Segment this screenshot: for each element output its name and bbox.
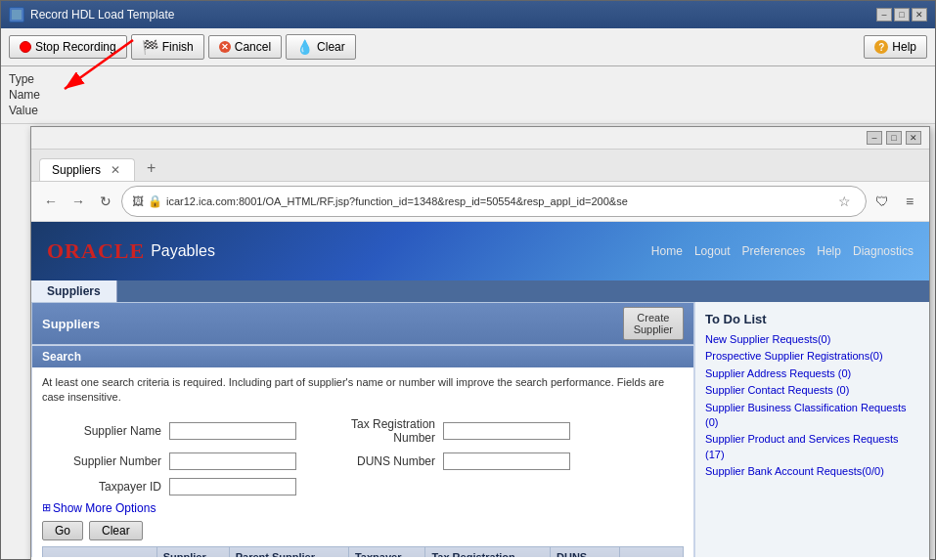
col-tax-reg: Tax RegistrationNumber — [425, 546, 551, 557]
name-row: Name — [9, 88, 927, 102]
stop-recording-label: Stop Recording — [35, 40, 116, 54]
browser-tabs: Suppliers ✕ + — [31, 150, 929, 182]
todo-contact-requests[interactable]: Supplier Contact Requests (0) — [705, 383, 919, 398]
tax-reg-row: Tax Registration Number — [316, 417, 570, 445]
todo-links: New Supplier Requests(0) Prospective Sup… — [705, 332, 919, 480]
close-button[interactable]: ✕ — [912, 8, 927, 22]
finish-button[interactable]: 🏁 Finish — [131, 34, 204, 60]
form-row-2: Supplier Number DUNS Number — [42, 449, 684, 474]
help-button[interactable]: ? Help — [864, 35, 927, 59]
clear-form-button[interactable]: Clear — [89, 521, 143, 540]
bookmark-button[interactable]: ☆ — [832, 190, 856, 213]
todo-new-supplier-requests[interactable]: New Supplier Requests(0) — [705, 332, 919, 347]
stop-recording-button[interactable]: Stop Recording — [9, 35, 127, 59]
new-tab-button[interactable]: + — [139, 155, 163, 181]
browser-maximize-button[interactable]: □ — [886, 131, 902, 145]
clear-button[interactable]: 💧 Clear — [286, 34, 356, 60]
help-icon: ? — [874, 40, 888, 54]
app-icon — [9, 7, 24, 22]
duns-label: DUNS Number — [316, 454, 443, 468]
todo-address-requests[interactable]: Supplier Address Requests (0) — [705, 366, 919, 381]
todo-product-services[interactable]: Supplier Product and Services Requests (… — [705, 432, 919, 462]
duns-input[interactable] — [443, 452, 570, 470]
todo-bank-account[interactable]: Supplier Bank Account Requests(0/0) — [705, 464, 919, 479]
oracle-header: ORACLE Payables Home Logout Preferences … — [31, 222, 929, 280]
col-duns: DUNSNumber — [551, 546, 620, 557]
browser-close-button[interactable]: ✕ — [906, 131, 921, 145]
hdl-titlebar: Record HDL Load Template – □ ✕ — [1, 1, 935, 28]
minimize-button[interactable]: – — [876, 8, 892, 22]
cancel-label: Cancel — [235, 40, 271, 54]
stop-icon — [20, 41, 31, 53]
form-buttons: Go Clear — [42, 521, 684, 540]
show-more-link[interactable]: Show More Options — [53, 501, 156, 515]
clear-label: Clear — [317, 40, 345, 54]
nav-back-button[interactable]: ← — [39, 190, 63, 213]
suppliers-tab[interactable]: Suppliers ✕ — [39, 158, 135, 181]
tax-reg-input[interactable] — [443, 422, 570, 440]
todo-classification-requests[interactable]: Supplier Business Classification Request… — [705, 401, 919, 431]
supplier-name-input[interactable] — [169, 422, 296, 440]
taxpayer-input[interactable] — [169, 478, 296, 495]
content-left: Suppliers Create Supplier Search At leas… — [31, 302, 694, 557]
supplier-number-label: Supplier Number — [42, 454, 169, 468]
address-bar[interactable]: 🖼 🔒 icar12.ica.com:8001/OA_HTML/RF.jsp?f… — [121, 186, 867, 217]
search-header: Search — [32, 346, 693, 367]
col-supplier-name: Supplier Name — [43, 546, 157, 557]
value-row: Value — [9, 104, 927, 117]
suppliers-section-header: Suppliers Create Supplier — [32, 303, 693, 344]
type-label: Type — [9, 72, 53, 86]
nav-forward-button[interactable]: → — [67, 190, 90, 213]
col-supplier-number: SupplierNumber — [156, 546, 229, 557]
oracle-logo: ORACLE Payables — [47, 238, 215, 264]
menu-button[interactable]: ≡ — [898, 190, 921, 213]
col-update: Update — [619, 546, 683, 557]
oracle-product-text: Payables — [151, 242, 215, 260]
go-button[interactable]: Go — [42, 521, 83, 540]
extensions-button[interactable]: 🛡 — [870, 190, 894, 213]
tab-close-button[interactable]: ✕ — [109, 163, 122, 177]
security-icon: 🔒 — [148, 194, 162, 208]
nav-right: 🛡 ≡ — [870, 190, 921, 213]
content-right: To Do List New Supplier Requests(0) Pros… — [694, 302, 929, 557]
supplier-number-input[interactable] — [169, 452, 296, 470]
tab-label: Suppliers — [52, 163, 101, 177]
nav-help[interactable]: Help — [817, 244, 841, 258]
hdl-fields: Type Name Value — [1, 66, 935, 124]
search-form: Supplier Name Tax Registration Number — [42, 413, 684, 495]
help-label: Help — [892, 40, 916, 54]
show-more-options[interactable]: ⊞ Show More Options — [42, 501, 684, 515]
svg-rect-0 — [12, 10, 22, 20]
nav-refresh-button[interactable]: ↻ — [94, 190, 117, 213]
col-taxpayer-id: TaxpayerID — [348, 546, 424, 557]
hdl-window: Record HDL Load Template – □ ✕ Stop Reco… — [0, 0, 936, 560]
clear-icon: 💧 — [296, 39, 313, 55]
main-content: Suppliers Create Supplier Search At leas… — [31, 302, 929, 557]
page-icon: 🖼 — [132, 194, 144, 208]
nav-preferences[interactable]: Preferences — [742, 244, 806, 258]
browser-window: – □ ✕ Suppliers ✕ + ← → ↻ 🖼 🔒 icar12.ica… — [30, 126, 930, 560]
nav-home[interactable]: Home — [651, 244, 683, 258]
oracle-nav-links: Home Logout Preferences Help Diagnostics — [651, 244, 914, 258]
hdl-toolbar: Stop Recording 🏁 Finish ✕ Cancel 💧 Clear… — [1, 28, 935, 66]
supplier-name-label: Supplier Name — [42, 424, 169, 438]
nav-logout[interactable]: Logout — [694, 244, 731, 258]
todo-prospective-registrations[interactable]: Prospective Supplier Registrations(0) — [705, 349, 919, 364]
browser-titlebar: – □ ✕ — [31, 127, 929, 150]
suppliers-page-tab[interactable]: Suppliers — [31, 280, 117, 302]
taxpayer-row: Taxpayer ID — [42, 478, 684, 495]
taxpayer-label: Taxpayer ID — [42, 480, 169, 494]
search-description: At least one search criteria is required… — [42, 375, 684, 406]
maximize-button[interactable]: □ — [894, 8, 910, 22]
titlebar-controls: – □ ✕ — [876, 8, 927, 22]
address-text: icar12.ica.com:8001/OA_HTML/RF.jsp?funct… — [166, 195, 828, 207]
search-section: Search At least one search criteria is r… — [31, 345, 694, 557]
create-supplier-button[interactable]: Create Supplier — [623, 307, 684, 340]
type-row: Type — [9, 72, 927, 86]
suppliers-title: Suppliers — [42, 317, 100, 331]
browser-minimize-button[interactable]: – — [867, 131, 882, 145]
col-parent-supplier: Parent SupplierName — [229, 546, 348, 557]
cancel-button[interactable]: ✕ Cancel — [208, 35, 282, 59]
plus-icon: ⊞ — [42, 501, 51, 514]
nav-diagnostics[interactable]: Diagnostics — [853, 244, 914, 258]
